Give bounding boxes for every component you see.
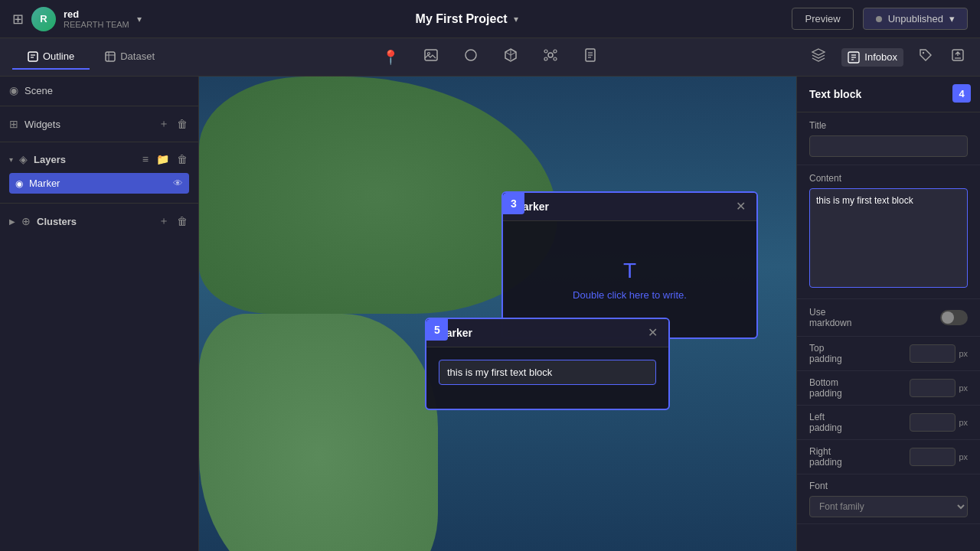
popup2-body bbox=[426, 347, 668, 409]
sidebar: ◉ Scene ⊞ Widgets ＋ 🗑 ▾ ◈ Layers ≡ 📁 🗑 bbox=[0, 77, 199, 551]
topbar-left: ⊞ R red REEARTH TEAM ▾ bbox=[12, 7, 142, 31]
toggle-knob bbox=[942, 311, 954, 324]
infobox-icon bbox=[848, 51, 860, 64]
content-label: Content bbox=[809, 173, 968, 184]
team-name: REEARTH TEAM bbox=[64, 20, 129, 29]
title-label: Title bbox=[809, 120, 968, 131]
add-layer-button[interactable]: 📁 bbox=[155, 152, 171, 167]
sidebar-item-scene[interactable]: ◉ Scene bbox=[0, 77, 198, 104]
popup1-close-button[interactable]: ✕ bbox=[736, 201, 746, 213]
popup1-placeholder-text: Double click here to write. bbox=[573, 289, 687, 301]
title-input[interactable] bbox=[809, 135, 968, 157]
popup2-header: Marker ✕ bbox=[426, 319, 668, 347]
layers-actions: ≡ 📁 🗑 bbox=[141, 152, 189, 167]
divider-1 bbox=[0, 106, 198, 106]
right-padding-unit: px bbox=[959, 452, 968, 461]
left-padding-field: Left padding px bbox=[797, 406, 980, 440]
layers-expand-arrow[interactable]: ▾ bbox=[9, 155, 13, 164]
svg-point-22 bbox=[923, 52, 924, 54]
tool-image-icon[interactable] bbox=[420, 44, 442, 70]
delete-layer-button[interactable]: 🗑 bbox=[175, 152, 189, 167]
layers-toggle-icon[interactable] bbox=[808, 44, 829, 70]
step-badge-3: 3 bbox=[503, 193, 524, 214]
dataset-icon bbox=[105, 51, 116, 62]
popup1-placeholder[interactable]: T Double click here to write. bbox=[515, 233, 744, 325]
unpublished-label: Unpublished bbox=[888, 13, 943, 24]
panel-header: Text block 4 bbox=[797, 77, 980, 112]
content-field: Content this is my first text block bbox=[797, 165, 980, 299]
svg-point-11 bbox=[554, 50, 557, 53]
top-padding-input-wrap: px bbox=[910, 344, 968, 363]
marker-layer-label: Marker bbox=[29, 178, 167, 189]
sidebar-item-widgets[interactable]: ⊞ Widgets ＋ 🗑 bbox=[0, 108, 198, 140]
infobox-button[interactable]: Infobox bbox=[841, 48, 903, 67]
unpublished-button[interactable]: Unpublished ▾ bbox=[863, 8, 968, 30]
top-padding-label1: Top bbox=[809, 343, 910, 354]
left-padding-input[interactable] bbox=[910, 413, 956, 432]
clusters-expand-arrow[interactable]: ▶ bbox=[9, 217, 15, 226]
bottom-padding-unit: px bbox=[959, 383, 968, 393]
avatar: R bbox=[31, 7, 56, 31]
step-badge-5: 5 bbox=[426, 319, 448, 341]
left-padding-label2: padding bbox=[809, 422, 910, 433]
project-title: My First Project bbox=[416, 12, 508, 26]
bottom-padding-field: Bottom padding px bbox=[797, 371, 980, 406]
land-mass-2 bbox=[199, 314, 438, 551]
popup2-text-input[interactable] bbox=[439, 360, 656, 385]
delete-widget-button[interactable]: 🗑 bbox=[175, 116, 189, 132]
layer-sort-button[interactable]: ≡ bbox=[141, 152, 150, 167]
left-padding-label1: Left bbox=[809, 412, 910, 422]
delete-cluster-button[interactable]: 🗑 bbox=[175, 213, 189, 230]
clusters-actions: ＋ 🗑 bbox=[157, 213, 189, 230]
font-field: Font Font family bbox=[797, 474, 980, 524]
content-textarea[interactable]: this is my first text block bbox=[809, 188, 968, 288]
tag-icon[interactable] bbox=[916, 45, 936, 69]
share-icon[interactable] bbox=[948, 45, 968, 69]
popup2-close-button[interactable]: ✕ bbox=[648, 327, 658, 339]
svg-rect-0 bbox=[28, 52, 38, 61]
tool-box3d-icon[interactable] bbox=[500, 44, 521, 70]
left-padding-unit: px bbox=[959, 418, 968, 427]
tab-dataset[interactable]: Dataset bbox=[90, 44, 170, 70]
clusters-icon: ⊕ bbox=[21, 215, 31, 227]
widgets-actions: ＋ 🗑 bbox=[157, 116, 189, 132]
svg-rect-6 bbox=[425, 50, 437, 60]
add-widget-button[interactable]: ＋ bbox=[157, 116, 171, 132]
svg-point-13 bbox=[554, 57, 557, 60]
map-area[interactable]: 3 Marker ✕ T Double click here to write.… bbox=[199, 77, 796, 551]
toggle-labels: Use markdown bbox=[809, 307, 934, 328]
font-select[interactable]: Font family bbox=[809, 496, 968, 517]
main-layout: ◉ Scene ⊞ Widgets ＋ 🗑 ▾ ◈ Layers ≡ 📁 🗑 bbox=[0, 77, 980, 551]
unpublished-dropdown-arrow[interactable]: ▾ bbox=[949, 13, 955, 24]
divider-2 bbox=[0, 142, 198, 142]
tool-circle-icon[interactable] bbox=[460, 44, 482, 70]
widgets-label: Widgets bbox=[24, 119, 151, 130]
font-label: Font bbox=[809, 481, 968, 491]
right-padding-input[interactable] bbox=[910, 448, 956, 466]
toolbar-icons: 📍 bbox=[379, 44, 601, 70]
use-label: Use bbox=[809, 307, 934, 318]
bottom-padding-input[interactable] bbox=[910, 379, 956, 397]
preview-button[interactable]: Preview bbox=[792, 8, 853, 30]
right-padding-labels: Right padding bbox=[809, 446, 910, 468]
clusters-section: ▶ ⊕ Clusters ＋ 🗑 bbox=[0, 205, 198, 237]
user-dropdown-arrow[interactable]: ▾ bbox=[137, 14, 142, 24]
svg-point-8 bbox=[466, 50, 476, 60]
tool-cluster-icon[interactable] bbox=[540, 44, 561, 70]
top-padding-labels: Top padding bbox=[809, 343, 910, 364]
outline-icon bbox=[28, 51, 38, 62]
layer-item-marker[interactable]: ◉ Marker 👁 bbox=[9, 173, 189, 194]
divider-3 bbox=[0, 203, 198, 204]
markdown-label: markdown bbox=[809, 318, 934, 328]
tool-doc-icon[interactable] bbox=[580, 44, 601, 70]
tab-outline[interactable]: Outline bbox=[12, 44, 90, 70]
layers-header: ▾ ◈ Layers ≡ 📁 🗑 bbox=[9, 152, 189, 167]
project-dropdown-arrow[interactable]: ▾ bbox=[514, 14, 518, 24]
top-padding-input[interactable] bbox=[910, 344, 956, 363]
add-cluster-button[interactable]: ＋ bbox=[157, 213, 171, 230]
grid-icon[interactable]: ⊞ bbox=[12, 11, 24, 28]
markdown-toggle[interactable] bbox=[940, 310, 968, 325]
layer-visibility-toggle[interactable]: 👁 bbox=[173, 178, 183, 189]
tool-marker-icon[interactable]: 📍 bbox=[379, 46, 402, 69]
bottom-padding-label1: Bottom bbox=[809, 377, 910, 388]
